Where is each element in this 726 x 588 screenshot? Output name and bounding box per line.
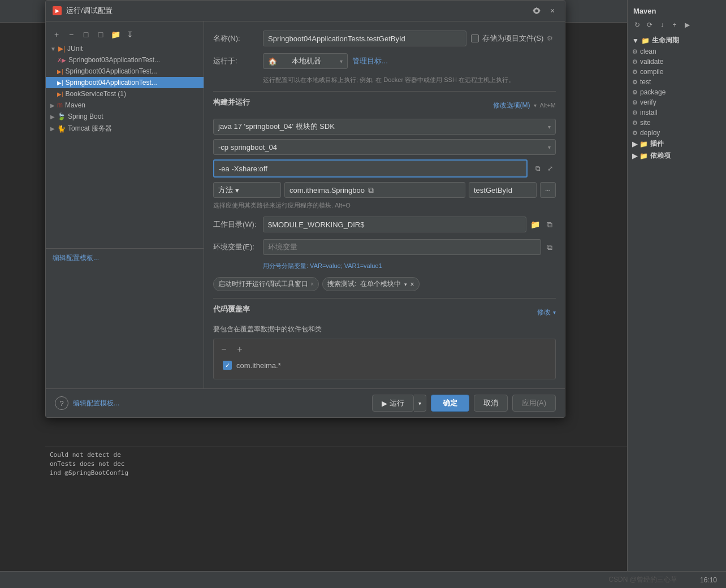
method-more-btn[interactable]: ··· (540, 182, 556, 198)
classpath-select[interactable]: -cp springboot_04 ▾ (213, 139, 556, 155)
junit-config-icon-4: ▶| (57, 91, 63, 97)
classpath-value: -cp springboot_04 (218, 143, 277, 152)
edit-template-link-footer[interactable]: 编辑配置模板... (73, 399, 119, 408)
tree-sort-btn[interactable]: ↧ (124, 28, 136, 41)
working-dir-input[interactable]: $MODULE_WORKING_DIR$ (263, 217, 526, 232)
chip2-close-icon[interactable]: × (410, 280, 414, 288)
lifecycle-compile-label: compile (640, 68, 663, 76)
coverage-checkbox-1[interactable]: ✓ (223, 361, 232, 370)
output-panel: Could not detect de onTests does not dec… (45, 447, 627, 571)
tree-springboot04-label: Springboot04ApplicationTest... (66, 79, 157, 87)
apply-button[interactable]: 应用(A) (512, 395, 556, 412)
gear-settings-icon[interactable] (531, 5, 542, 16)
vm-options-value: -ea -Xshare:off (219, 165, 267, 173)
maven-expand-arrow: ▶ (50, 102, 55, 109)
gear-small-icon-7: ⚙ (632, 109, 638, 116)
chips-row: 启动时打开运行/调试工具窗口 × 搜索测试: 在单个模块中 ▾ × (213, 277, 556, 291)
maven-lifecycle-site[interactable]: ⚙ site (628, 118, 726, 128)
dialog-tree-panel: + − □ □ 📁 ↧ ▼ ▶| JUnit ✗▶ Springboot03Ap… (46, 21, 204, 388)
tree-item-maven[interactable]: ▶ m Maven (46, 100, 204, 111)
maven-lifecycle-deploy[interactable]: ⚙ deploy (628, 128, 726, 138)
tree-item-springboot03-2[interactable]: ▶| Springboot03ApplicationTest... (46, 66, 204, 77)
run-on-select[interactable]: 🏠 本地机器 ▾ (263, 53, 348, 69)
junit-icon: ▶| (58, 45, 65, 53)
maven-download-icon[interactable]: ↓ (657, 20, 667, 30)
class-input-wrapper: com.itheima.Springboo ⧉ (284, 182, 465, 198)
save-checkbox-row: 存储为项目文件(S) ⚙ (471, 33, 553, 44)
tree-item-springboot03-1[interactable]: ✗▶ Springboot03ApplicationTest... (46, 54, 204, 66)
tree-item-springboot[interactable]: ▶ 🍃 Spring Boot (46, 111, 204, 122)
search-tests-chip[interactable]: 搜索测试: 在单个模块中 ▾ × (322, 277, 419, 291)
method-input-wrapper: testGetById (469, 182, 537, 198)
name-input[interactable] (263, 31, 466, 46)
tree-save-btn[interactable]: □ (94, 28, 107, 41)
env-vars-input[interactable]: 环境变量 (263, 239, 541, 255)
maven-lifecycle-clean[interactable]: ⚙ clean (628, 46, 726, 57)
run-btn-group: ▶ 运行 ▾ (372, 395, 426, 412)
deps-folder-icon: 📁 (639, 152, 648, 160)
working-dir-copy-btn[interactable]: ⧉ (543, 218, 556, 231)
coverage-modify-btn[interactable]: 修改 (537, 308, 551, 317)
method-type-select[interactable]: 方法 ▾ (213, 182, 281, 198)
maven-lifecycle-test[interactable]: ⚙ test (628, 77, 726, 87)
close-icon[interactable]: × (547, 5, 558, 16)
classpath-arrow: ▾ (548, 144, 551, 150)
maven-lifecycle-verify[interactable]: ⚙ verify (628, 97, 726, 107)
tree-add-btn[interactable]: + (50, 28, 63, 41)
working-dir-folder-btn[interactable]: 📁 (529, 218, 541, 231)
chip2-prefix: 搜索测试: (327, 279, 356, 289)
tree-copy-btn[interactable]: □ (80, 28, 92, 41)
output-line-1: Could not detect de (50, 451, 623, 460)
help-button[interactable]: ? (55, 396, 68, 410)
chip1-close-icon[interactable]: × (310, 281, 314, 287)
tree-item-springboot04[interactable]: ▶| Springboot04ApplicationTest... (46, 77, 204, 88)
maven-refresh-icon[interactable]: ↻ (632, 20, 642, 30)
status-bar: CSDN @曾经的三心草 16:10 (0, 571, 726, 588)
run-button[interactable]: ▶ 运行 (372, 395, 414, 412)
maven-lifecycle-install[interactable]: ⚙ install (628, 107, 726, 118)
coverage-title: 代码覆盖率 (213, 304, 250, 314)
class-browse-btn[interactable]: ⧉ (365, 184, 377, 196)
coverage-section: 代码覆盖率 修改 ▾ 要包含在覆盖率数据中的软件包和类 − + ✓ com (213, 304, 556, 379)
maven-lifecycle-compile[interactable]: ⚙ compile (628, 67, 726, 77)
maven-arrow-icon[interactable]: ▶ (682, 20, 692, 30)
edit-template-link[interactable]: 编辑配置模板... (53, 254, 99, 262)
maven-sync-icon[interactable]: ⟳ (645, 20, 655, 30)
maven-icon: m (57, 101, 63, 109)
vm-options-input[interactable]: -ea -Xshare:off (213, 159, 528, 178)
coverage-desc: 要包含在覆盖率数据中的软件包和类 (213, 325, 556, 334)
plugins-label: 插件 (650, 139, 664, 149)
tree-new-folder-btn[interactable]: 📁 (109, 28, 122, 41)
coverage-remove-btn[interactable]: − (218, 344, 230, 355)
output-line-3: ind @SpringBootConfig (50, 469, 623, 478)
save-project-checkbox[interactable] (471, 34, 479, 42)
run-hint-text: 运行配置可以在本地或目标上执行; 例如, 在 Docker 容器中或使用 SSH… (263, 76, 556, 84)
lifecycle-install-label: install (640, 109, 658, 116)
tree-remove-btn[interactable]: − (65, 28, 77, 41)
tree-item-tomcat[interactable]: ▶ 🐈 Tomcat 服务器 (46, 122, 204, 135)
debug-tool-chip[interactable]: 启动时打开运行/调试工具窗口 × (213, 277, 319, 291)
footer-right: ▶ 运行 ▾ 确定 取消 应用(A) (372, 395, 556, 412)
lifecycle-package-label: package (640, 88, 666, 96)
deps-label: 依赖项 (650, 151, 671, 161)
maven-lifecycle-validate[interactable]: ⚙ validate (628, 57, 726, 67)
working-dir-input-area: $MODULE_WORKING_DIR$ 📁 ⧉ (263, 217, 556, 232)
sdk-select[interactable]: java 17 'springboot_04' 模块的 SDK ▾ (213, 119, 556, 135)
vm-options-expand-btn[interactable]: ⤢ (544, 163, 556, 174)
lifecycle-section-header[interactable]: ▼ 📁 生命周期 (628, 34, 726, 46)
run-dropdown-arrow[interactable]: ▾ (414, 395, 426, 412)
coverage-actions: − + (218, 344, 551, 355)
deps-section-header[interactable]: ▶ 📁 依赖项 (628, 150, 726, 162)
coverage-add-btn[interactable]: + (234, 344, 245, 355)
confirm-button[interactable]: 确定 (431, 395, 469, 412)
maven-add-icon[interactable]: + (669, 20, 680, 30)
tree-item-bookservicetest[interactable]: ▶| BookServiceTest (1) (46, 88, 204, 100)
class-value: com.itheima.Springboo (289, 186, 365, 194)
vm-options-copy-btn[interactable]: ⧉ (532, 163, 543, 174)
manage-target-btn[interactable]: 管理目标... (352, 56, 388, 66)
tree-item-junit[interactable]: ▼ ▶| JUnit (46, 43, 204, 54)
maven-lifecycle-package[interactable]: ⚙ package (628, 87, 726, 97)
plugins-section-header[interactable]: ▶ 📁 插件 (628, 138, 726, 150)
env-vars-copy-btn[interactable]: ⧉ (543, 241, 556, 253)
cancel-button[interactable]: 取消 (474, 395, 508, 412)
